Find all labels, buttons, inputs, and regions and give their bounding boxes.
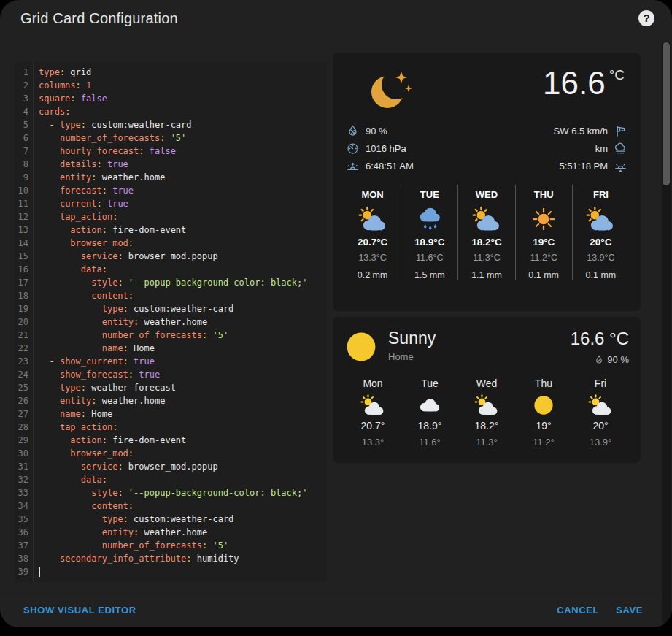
line-number: 35	[15, 513, 28, 526]
code-token	[39, 212, 60, 222]
code-line[interactable]: current: true	[39, 197, 327, 210]
line-number: 10	[15, 184, 28, 197]
code-line[interactable]: type: grid	[39, 66, 327, 79]
forecast-low-temp: 11.2°C	[516, 253, 572, 263]
code-token: service	[81, 251, 118, 261]
code-token	[39, 172, 60, 183]
code-line[interactable]: browser_mod:	[39, 237, 327, 250]
code-line[interactable]: data:	[39, 473, 327, 486]
code-token: :	[123, 356, 128, 367]
custom-weather-card-preview[interactable]: 16.6°C 90 % 1016 hPa	[333, 53, 641, 311]
code-token: :	[65, 107, 70, 117]
code-line[interactable]: details: true	[39, 158, 327, 171]
forecast-low-temp: 11.3°	[458, 437, 515, 448]
forecast-low-temp: 11.3°C	[458, 253, 514, 263]
code-line[interactable]: cards:	[39, 105, 327, 118]
condition-titles: Sunny Home	[388, 329, 436, 362]
code-token: :	[76, 80, 81, 91]
code-token: :	[123, 514, 128, 524]
show-visual-editor-button[interactable]: SHOW VISUAL EDITOR	[23, 605, 136, 616]
code-token	[39, 304, 102, 314]
code-token	[39, 251, 81, 261]
code-token: cards	[39, 107, 65, 117]
scrollbar-thumb[interactable]	[663, 42, 670, 185]
code-token	[39, 146, 60, 156]
code-token: browser_mod.popup	[123, 251, 218, 261]
forecast-precipitation: 0.1 mm	[516, 270, 572, 280]
sunrise-icon	[346, 159, 360, 173]
line-number: 37	[15, 539, 28, 552]
code-token: -	[49, 120, 59, 130]
code-line[interactable]: - show_current: true	[39, 355, 327, 368]
code-line[interactable]: entity: weather.home	[39, 394, 327, 407]
line-number: 22	[15, 342, 28, 355]
code-line[interactable]: entity: weather.home	[39, 315, 327, 329]
code-token: columns	[39, 80, 76, 91]
code-token	[39, 514, 102, 524]
save-button[interactable]: SAVE	[616, 605, 643, 616]
code-line[interactable]: service: browser_mod.popup	[39, 250, 327, 263]
code-token: :	[102, 185, 107, 196]
code-token: tap_action	[60, 212, 112, 222]
code-line[interactable]: type: custom:weather-card	[39, 513, 327, 526]
humidity-icon	[346, 124, 360, 138]
core-weather-card-preview[interactable]: Sunny Home 16.6 °C 90 % Mon	[333, 317, 641, 463]
code-token: true	[128, 356, 155, 367]
line-number: 19	[15, 302, 28, 315]
code-line[interactable]: square: false	[39, 92, 327, 105]
dialog-scrollbar[interactable]	[662, 41, 671, 625]
code-token: Home	[128, 343, 155, 353]
code-token: :	[139, 146, 144, 156]
code-line[interactable]: number_of_forecasts: '5'	[39, 131, 327, 145]
code-line[interactable]: tap_action:	[39, 210, 327, 223]
line-number: 29	[15, 434, 28, 447]
code-line[interactable]: tap_action:	[39, 421, 327, 434]
code-line[interactable]: columns: 1	[39, 79, 327, 92]
code-token	[39, 277, 91, 288]
line-number: 13	[15, 223, 28, 237]
sunset-icon	[614, 159, 627, 173]
code-line[interactable]: hourly_forecast: false	[39, 145, 327, 158]
code-token: :	[81, 120, 86, 130]
line-number: 28	[15, 421, 28, 434]
code-line[interactable]: style: '--popup-background-color: black;…	[39, 486, 327, 499]
code-line[interactable]	[39, 565, 327, 578]
code-line[interactable]: content:	[39, 499, 327, 513]
code-line[interactable]: action: fire-dom-event	[39, 223, 327, 237]
code-line[interactable]: type: weather-forecast	[39, 381, 327, 394]
code-line[interactable]: number_of_forecasts: '5'	[39, 329, 327, 342]
code-line[interactable]: name: Home	[39, 342, 327, 355]
help-icon[interactable]: ?	[638, 10, 654, 26]
editor-code[interactable]: type: gridcolumns: 1square: falsecards: …	[34, 62, 327, 582]
code-token: browser_mod	[70, 448, 128, 459]
code-line[interactable]: forecast: true	[39, 184, 327, 197]
code-line[interactable]: browser_mod:	[39, 447, 327, 460]
code-token: weather.home	[97, 172, 166, 183]
code-token: type	[60, 383, 81, 393]
cancel-button[interactable]: CANCEL	[557, 605, 599, 616]
code-line[interactable]: entity: weather.home	[39, 526, 327, 539]
yaml-code-editor[interactable]: 1234567891011121314151617181920212223242…	[15, 62, 327, 582]
code-line[interactable]: number_of_forecasts: '5'	[39, 539, 327, 552]
forecast-high-temp: 20°C	[573, 237, 629, 248]
code-token: entity	[60, 172, 91, 183]
code-token	[39, 527, 102, 537]
code-line[interactable]: style: '--popup-background-color: black;…	[39, 276, 327, 289]
line-number: 3	[15, 92, 28, 105]
code-line[interactable]: - type: custom:weather-card	[39, 118, 327, 131]
line-number: 34	[15, 499, 28, 513]
forecast-day: Wed	[458, 378, 515, 389]
code-line[interactable]: data:	[39, 263, 327, 276]
code-line[interactable]: type: custom:weather-card	[39, 302, 327, 315]
code-line[interactable]: name: Home	[39, 407, 327, 421]
code-token: content	[91, 501, 128, 511]
wind-icon	[614, 124, 627, 138]
code-line[interactable]: secondary_info_attribute: humidity	[39, 552, 327, 565]
code-line[interactable]: entity: weather.home	[39, 171, 327, 184]
code-line[interactable]: action: fire-dom-event	[39, 434, 327, 447]
current-temperature: 16.6 °C	[571, 329, 629, 349]
code-token: -	[49, 356, 59, 367]
code-line[interactable]: service: browser_mod.popup	[39, 460, 327, 473]
code-line[interactable]: content:	[39, 289, 327, 302]
code-line[interactable]: show_forecast: true	[39, 368, 327, 381]
